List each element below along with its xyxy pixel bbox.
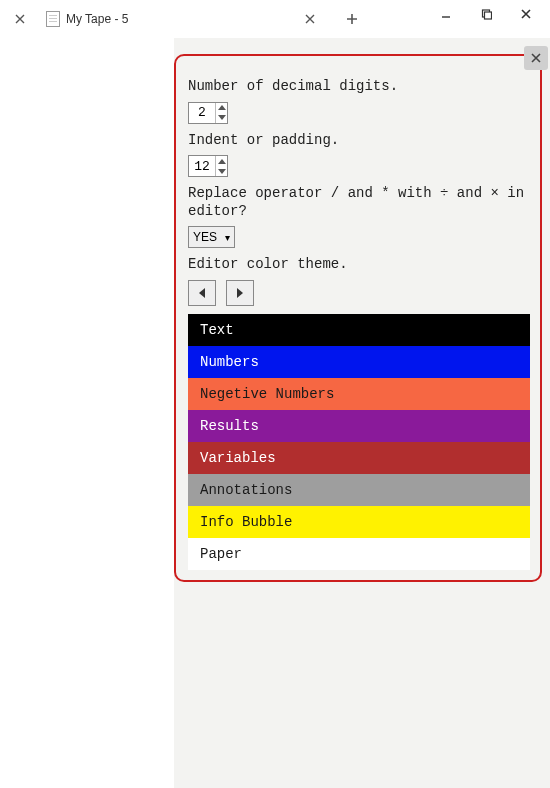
theme-next-button[interactable] <box>226 280 254 306</box>
theme-prev-button[interactable] <box>188 280 216 306</box>
theme-row[interactable]: Paper <box>188 538 530 570</box>
new-tab-button[interactable] <box>338 0 366 38</box>
indent-up-button[interactable] <box>216 156 227 166</box>
indent-input[interactable] <box>189 156 215 176</box>
indent-down-button[interactable] <box>216 166 227 176</box>
theme-row[interactable]: Negetive Numbers <box>188 378 530 410</box>
settings-panel: Number of decimal digits. Indent or padd… <box>174 54 542 582</box>
tab-title: My Tape - 5 <box>66 12 128 26</box>
theme-label: Editor color theme. <box>188 256 530 274</box>
theme-row[interactable]: Numbers <box>188 346 530 378</box>
replace-operator-select[interactable]: YES ▾ <box>188 226 235 248</box>
svg-rect-1 <box>485 12 492 19</box>
maximize-button[interactable] <box>466 0 506 28</box>
decimal-digits-label: Number of decimal digits. <box>188 78 530 96</box>
close-panel-button[interactable] <box>524 46 548 70</box>
tab-close-button[interactable] <box>296 0 324 38</box>
document-icon <box>46 11 60 27</box>
left-pane <box>0 38 174 788</box>
minimize-button[interactable] <box>426 0 466 28</box>
theme-row[interactable]: Text <box>188 314 530 346</box>
indent-spinner[interactable] <box>188 155 228 177</box>
chevron-down-icon: ▾ <box>225 232 230 243</box>
right-pane: Number of decimal digits. Indent or padd… <box>174 38 550 788</box>
theme-row[interactable]: Annotations <box>188 474 530 506</box>
decimal-up-button[interactable] <box>216 103 227 113</box>
decimal-digits-spinner[interactable] <box>188 102 228 124</box>
decimal-digits-input[interactable] <box>189 103 215 123</box>
theme-list: TextNumbersNegetive NumbersResultsVariab… <box>188 314 530 570</box>
window-controls <box>426 0 546 30</box>
replace-operator-label: Replace operator / and * with ÷ and × in… <box>188 185 530 220</box>
tab-close-left[interactable] <box>0 0 40 38</box>
tab[interactable]: My Tape - 5 <box>40 0 134 38</box>
theme-row[interactable]: Variables <box>188 442 530 474</box>
titlebar: My Tape - 5 <box>0 0 550 38</box>
theme-row[interactable]: Results <box>188 410 530 442</box>
theme-row[interactable]: Info Bubble <box>188 506 530 538</box>
replace-operator-value: YES <box>193 230 217 244</box>
close-window-button[interactable] <box>506 0 546 28</box>
indent-label: Indent or padding. <box>188 132 530 150</box>
decimal-down-button[interactable] <box>216 113 227 123</box>
